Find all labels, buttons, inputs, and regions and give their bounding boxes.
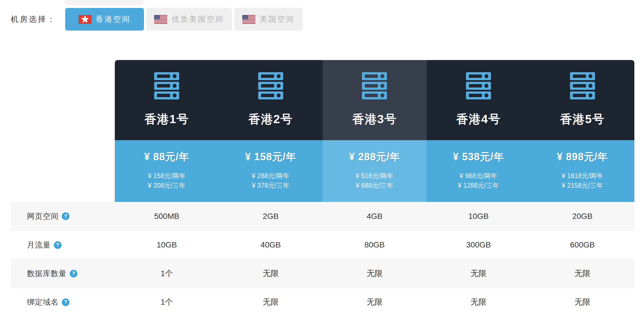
help-icon[interactable]: [70, 270, 77, 277]
plan-name: 香港4号: [456, 111, 501, 127]
feature-row-web-space: 网页空间 500MB2GB4GB10GB20GB: [11, 202, 634, 230]
server-stack-icon: [570, 72, 595, 99]
hk-flag-icon: [79, 15, 92, 24]
plan-column-3[interactable]: 香港3号: [323, 60, 427, 140]
feature-value-database-count-plan4: 无限: [427, 268, 531, 279]
price-per-year: ¥ 898元/年: [530, 152, 634, 162]
feature-value-bind-domain-plan3: 无限: [323, 297, 427, 308]
help-icon[interactable]: [62, 212, 69, 220]
feature-value-bind-domain-plan5: 无限: [530, 297, 634, 308]
price-three-years: ¥ 688元/三年: [323, 181, 427, 190]
feature-row-database-count: 数据库数量 1个无限无限无限无限: [11, 259, 634, 288]
feature-row-monthly-traffic: 月流量 10GB40GB80GB300GB600GB: [11, 230, 634, 259]
feature-label: 数据库数量: [27, 268, 67, 279]
feature-value-bind-domain-plan4: 无限: [427, 297, 531, 308]
price-two-years: ¥ 1618元/两年: [530, 171, 634, 181]
feature-label: 月流量: [27, 240, 51, 250]
tab-label: 香港空间: [96, 14, 131, 24]
price-three-years: ¥ 2158元/三年: [530, 181, 634, 190]
datacenter-selector-label: 机房选择：: [11, 14, 56, 24]
us-flag-icon: [154, 15, 167, 24]
feature-value-web-space-plan3: 4GB: [323, 212, 427, 221]
feature-row-bind-domain: 绑定域名 1个无限无限无限无限: [11, 288, 634, 316]
plan-column-4[interactable]: 香港4号: [427, 60, 531, 140]
plan-name: 香港2号: [248, 111, 293, 127]
price-per-year: ¥ 288元/年: [323, 152, 427, 162]
server-stack-icon: [154, 72, 179, 99]
feature-label-cell: 数据库数量: [11, 268, 115, 279]
feature-value-database-count-plan3: 无限: [323, 268, 427, 279]
price-two-years: ¥ 288元/两年: [219, 171, 323, 181]
tab-us-space[interactable]: 美国空间: [234, 8, 303, 31]
server-stack-icon: [466, 72, 491, 99]
plan-column-1[interactable]: 香港1号: [115, 60, 219, 140]
tab-label: 美国空间: [260, 14, 295, 24]
server-stack-icon: [362, 72, 387, 99]
plan-column-2[interactable]: 香港2号: [219, 60, 323, 140]
feature-value-monthly-traffic-plan4: 300GB: [427, 240, 531, 249]
feature-value-bind-domain-plan1: 1个: [115, 297, 219, 308]
feature-value-web-space-plan2: 2GB: [219, 212, 323, 221]
tab-premium-us-space[interactable]: 优质美国空间: [146, 8, 232, 31]
price-two-years: ¥ 518元/两年: [323, 171, 427, 181]
feature-value-bind-domain-plan2: 无限: [219, 297, 323, 308]
price-per-year: ¥ 88元/年: [115, 152, 219, 162]
feature-value-web-space-plan5: 20GB: [530, 212, 634, 221]
us-flag-icon: [242, 15, 255, 24]
price-three-years: ¥ 378元/三年: [219, 181, 323, 190]
help-icon[interactable]: [62, 298, 69, 306]
feature-value-web-space-plan4: 10GB: [427, 212, 531, 221]
price-three-years: ¥ 208元/三年: [115, 181, 219, 190]
feature-label-cell: 绑定域名: [11, 297, 115, 307]
feature-label-cell: 网页空间: [11, 211, 115, 221]
feature-value-database-count-plan2: 无限: [219, 268, 323, 279]
price-per-year: ¥ 158元/年: [219, 152, 323, 162]
price-three-years: ¥ 1288元/三年: [427, 181, 531, 190]
price-cell-2: ¥ 158元/年 ¥ 288元/两年 ¥ 378元/三年: [219, 140, 323, 202]
cutoff-element-top: [65, 0, 143, 5]
feature-label: 绑定域名: [27, 297, 59, 307]
price-two-years: ¥ 158元/两年: [115, 171, 219, 181]
tab-list: 香港空间 优质美国空间: [65, 8, 303, 31]
feature-label: 网页空间: [27, 211, 59, 221]
feature-value-monthly-traffic-plan2: 40GB: [219, 240, 323, 249]
feature-label-cell: 月流量: [11, 240, 115, 250]
price-cell-4: ¥ 538元/年 ¥ 968元/两年 ¥ 1288元/三年: [427, 140, 531, 202]
feature-value-monthly-traffic-plan1: 10GB: [115, 240, 219, 249]
plan-name: 香港5号: [560, 111, 605, 127]
price-row: ¥ 88元/年 ¥ 158元/两年 ¥ 208元/三年 ¥ 158元/年 ¥ 2…: [115, 140, 634, 202]
datacenter-selector: 机房选择： 香港空间: [11, 8, 303, 31]
plan-column-5[interactable]: 香港5号: [530, 60, 634, 140]
price-cell-1: ¥ 88元/年 ¥ 158元/两年 ¥ 208元/三年: [115, 140, 219, 202]
feature-value-monthly-traffic-plan3: 80GB: [323, 240, 427, 249]
price-cell-5: ¥ 898元/年 ¥ 1618元/两年 ¥ 2158元/三年: [530, 140, 634, 202]
feature-value-web-space-plan1: 500MB: [115, 212, 219, 221]
tab-label: 优质美国空间: [171, 14, 224, 24]
plan-name: 香港3号: [352, 111, 397, 127]
feature-table: 网页空间 500MB2GB4GB10GB20GB 月流量 10GB40GB80G…: [11, 202, 634, 316]
plan-name: 香港1号: [145, 111, 189, 127]
help-icon[interactable]: [54, 241, 62, 249]
plan-header-row: 香港1号 香港2号 香港3号: [115, 60, 634, 140]
tab-hk-space[interactable]: 香港空间: [65, 8, 144, 31]
price-cell-3: ¥ 288元/年 ¥ 518元/两年 ¥ 688元/三年: [323, 140, 427, 202]
feature-value-database-count-plan1: 1个: [115, 268, 219, 279]
feature-value-database-count-plan5: 无限: [530, 268, 634, 279]
price-per-year: ¥ 538元/年: [427, 152, 531, 162]
feature-value-monthly-traffic-plan5: 600GB: [530, 240, 634, 249]
price-two-years: ¥ 968元/两年: [427, 171, 531, 181]
server-stack-icon: [258, 72, 283, 99]
